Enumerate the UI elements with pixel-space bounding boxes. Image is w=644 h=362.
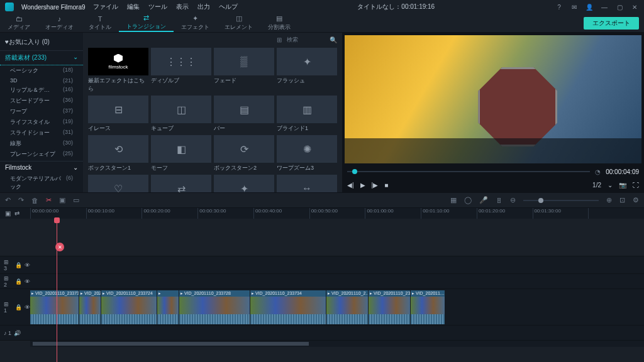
timeline-scrollbar[interactable] (30, 341, 644, 347)
playhead[interactable] (57, 219, 57, 362)
close-icon[interactable]: ✕ (630, 4, 639, 11)
help-icon[interactable]: ? (555, 4, 564, 11)
video-clip[interactable]: ▸ VID_20201110_2… (326, 290, 368, 324)
category-item[interactable]: プレーンシェイプ(25) (0, 149, 83, 160)
minimize-icon[interactable]: — (600, 4, 609, 11)
transition-item[interactable]: ⟳ボックスターン2 (214, 135, 274, 172)
builtin-header[interactable]: 搭載素材 (233)⌄ (0, 50, 83, 65)
category-item[interactable]: ライフスタイル(19) (0, 117, 83, 128)
transition-item[interactable]: ✦フラッシュ (277, 48, 337, 93)
menu-output[interactable]: 出力 (197, 3, 210, 11)
preview-scrubber[interactable] (347, 171, 590, 172)
video-clip[interactable]: ▸ VID_20201110_2337 (369, 290, 410, 324)
zoom-in-icon[interactable]: ⊕ (606, 196, 612, 204)
stop-icon[interactable]: ■ (384, 182, 388, 189)
search-input[interactable]: 検索 (287, 36, 325, 44)
tab-effects[interactable]: ✦エフェクト (174, 14, 217, 32)
grid-view-icon[interactable]: ⊞ (277, 36, 282, 43)
preview-viewport[interactable] (345, 35, 641, 163)
video-clip[interactable]: ▸ VID_2020… (79, 290, 101, 324)
redo-icon[interactable]: ↷ (18, 196, 24, 204)
menu-tools[interactable]: ツール (148, 3, 167, 11)
next-frame-icon[interactable]: |▶ (372, 182, 379, 189)
transition-item[interactable]: ↔ (277, 175, 337, 192)
tab-media[interactable]: 🗀メディア (0, 14, 38, 32)
category-item[interactable]: ワープ(37) (0, 106, 83, 117)
category-item[interactable]: リップル＆デ…(16) (0, 85, 83, 96)
crop-icon[interactable]: ▣ (59, 196, 65, 204)
transition-item[interactable]: ▒フェード (214, 48, 274, 93)
track-fx[interactable]: ⊞ 3🔒👁 ✕ (0, 256, 644, 274)
marker-icon[interactable]: ◯ (464, 196, 472, 204)
transition-item[interactable]: filmstock最新エフェクトはこちら (88, 48, 148, 93)
video-clip[interactable]: ▸ VID_202011… (411, 290, 445, 324)
transition-item[interactable]: ▥ブラインド1 (277, 96, 337, 133)
lock-icon[interactable]: 🔒 (15, 278, 22, 285)
eye-icon[interactable]: 👁 (25, 262, 30, 268)
transition-item[interactable]: ✦ (214, 175, 274, 192)
tab-titles[interactable]: Tタイトル (81, 14, 119, 32)
tab-transitions[interactable]: ⇄トランジション (119, 14, 174, 32)
export-button[interactable]: エクスポート (584, 17, 639, 30)
zoom-fit-icon[interactable]: ⊡ (619, 196, 625, 204)
menu-help[interactable]: ヘルプ (219, 3, 238, 11)
menu-edit[interactable]: 編集 (127, 3, 140, 11)
zoom-slider[interactable] (523, 200, 599, 201)
transition-item[interactable]: ▤バー (214, 96, 274, 133)
transition-item[interactable]: ✺ワープズーム3 (277, 135, 337, 172)
category-item[interactable]: 3D(21) (0, 76, 83, 85)
transition-item[interactable]: ◫キューブ (151, 96, 211, 133)
menu-file[interactable]: ファイル (93, 3, 118, 11)
tab-audio[interactable]: ♪オーディオ (38, 14, 81, 32)
video-clip[interactable]: ▸ VID_20201110_233728 (179, 290, 250, 324)
eye-icon[interactable]: 👁 (25, 304, 30, 310)
track-audio[interactable]: ♪ 1🔊 (0, 326, 644, 341)
transition-item[interactable]: ⇄ (151, 175, 211, 192)
lock-icon[interactable]: 🔒 (15, 262, 22, 268)
category-item[interactable]: スライドショー(31) (0, 128, 83, 138)
chevron-down-icon[interactable]: ⌄ (608, 182, 613, 189)
video-clip[interactable]: ▸ VID_20201110_233734 (250, 290, 326, 324)
transition-item[interactable]: ◧モーフ (151, 135, 211, 172)
mixer-icon[interactable]: 🎚 (496, 197, 502, 204)
track-text[interactable]: ⊞ 2🔒👁 (0, 274, 644, 289)
transition-item[interactable]: ⋮⋮⋮ディゾルブ (151, 48, 211, 93)
prev-frame-icon[interactable]: ◀| (347, 182, 354, 189)
tab-split[interactable]: ▤分割表示 (260, 14, 298, 32)
category-item[interactable]: スピードブラー(36) (0, 96, 83, 106)
video-clip[interactable]: ▸ (157, 290, 179, 324)
lock-icon[interactable]: 🔒 (15, 304, 22, 310)
record-icon[interactable]: 🎤 (479, 196, 488, 204)
transition-item[interactable]: ⟲ボックスターン1 (88, 135, 148, 172)
maximize-icon[interactable]: ▢ (615, 4, 624, 11)
menu-view[interactable]: 表示 (176, 3, 189, 11)
account-icon[interactable]: 👤 (585, 4, 594, 11)
category-item[interactable]: モダンマテリアルパック(6) (0, 173, 83, 192)
category-item[interactable]: 線形(30) (0, 138, 83, 149)
edit-icon[interactable]: ▭ (73, 196, 79, 204)
category-item[interactable]: ベーシック(18) (0, 65, 83, 76)
search-icon[interactable]: 🔍 (330, 36, 337, 43)
play-icon[interactable]: ▶ (360, 182, 365, 189)
mute-icon[interactable]: 🔊 (14, 330, 21, 336)
quality-icon[interactable]: ◔ (595, 168, 601, 175)
timeline-ruler[interactable]: ▣ ⇄ 00:00:00:0000:00:10:0000:00:20:0000:… (0, 207, 644, 219)
feedback-icon[interactable]: ✉ (570, 4, 579, 11)
lock-icon[interactable]: ▣ (5, 210, 11, 217)
video-clip[interactable]: ▸ VID_20201110_233724 (101, 290, 157, 324)
preview-zoom[interactable]: 1/2 (592, 182, 601, 189)
video-clip[interactable]: ▸ VID_20201110_233734 (30, 290, 79, 324)
filmstock-header[interactable]: Filmstock⌄ (0, 161, 83, 173)
tab-elements[interactable]: ◫エレメント (217, 14, 260, 32)
delete-icon[interactable]: 🗑 (31, 197, 38, 204)
eye-icon[interactable]: 👁 (25, 278, 30, 285)
favorites-item[interactable]: ♥お気に入り (0) (0, 35, 83, 49)
zoom-out-icon[interactable]: ⊖ (510, 196, 516, 204)
track-video[interactable]: ⊞ 1🔒👁 ▸ VID_20201110_233734▸ VID_2020…▸ … (0, 289, 644, 326)
transition-item[interactable]: ⊟イレース (88, 96, 148, 133)
undo-icon[interactable]: ↶ (5, 196, 11, 204)
snapshot-icon[interactable]: 📷 (619, 182, 626, 189)
fullscreen-icon[interactable]: ⛶ (633, 182, 639, 189)
transition-item[interactable]: ♡ (88, 175, 148, 192)
split-clip-icon[interactable]: ✂ (46, 196, 52, 204)
